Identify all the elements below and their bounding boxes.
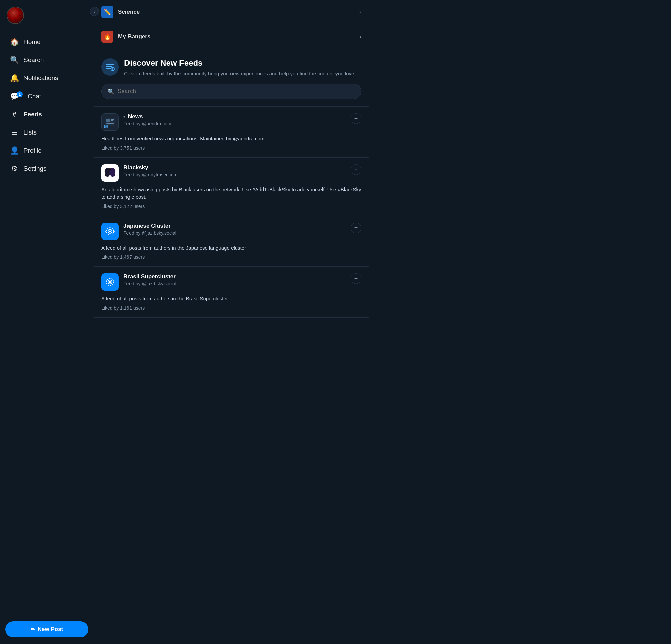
news-feed-author: Feed by @aendra.com <box>124 121 346 127</box>
brasil-name-row: Brasil Supercluster <box>124 273 346 280</box>
news-feed-name: News <box>128 113 142 120</box>
svg-rect-7 <box>106 119 110 123</box>
sidebar-item-search-label: Search <box>24 56 43 64</box>
svg-rect-10 <box>106 124 114 124</box>
science-feed-title: Science <box>118 9 359 15</box>
sidebar-item-settings-label: Settings <box>24 165 47 172</box>
brasil-supercluster-add-button[interactable]: + <box>351 273 361 284</box>
news-icon-svg <box>104 116 116 128</box>
svg-rect-0 <box>106 64 114 65</box>
sidebar-item-notifications-label: Notifications <box>24 75 59 82</box>
sidebar-item-notifications[interactable]: 🔔 Notifications <box>5 70 88 87</box>
main-content: ✏️ Science › 🔥 My Bangers › <box>94 0 369 644</box>
svg-point-29 <box>109 281 111 283</box>
feed-card-news-header: ▪ News Feed by @aendra.com + <box>101 113 361 131</box>
search-bar-icon: 🔍 <box>108 88 114 94</box>
japanese-cluster-feed-icon <box>101 223 119 240</box>
sidebar-item-feeds-label: Feeds <box>24 111 42 118</box>
science-feed-icon: ✏️ <box>101 6 113 18</box>
japanese-cluster-feed-name: Japanese Cluster <box>124 223 171 229</box>
feed-card-blacksky: Blacksky Feed by @rudyfraser.com + An al… <box>94 158 369 216</box>
sidebar-item-chat[interactable]: 💬 1 Chat <box>5 88 88 105</box>
feed-card-brasil-supercluster: Brasil Supercluster Feed by @jaz.bsky.so… <box>94 267 369 318</box>
sidebar-item-search[interactable]: 🔍 Search <box>5 52 88 68</box>
avatar[interactable] <box>7 7 24 24</box>
feed-card-news: ▪ News Feed by @aendra.com + Headlines f… <box>94 107 369 158</box>
sidebar-item-profile[interactable]: 👤 Profile <box>5 142 88 159</box>
news-name-row: ▪ News <box>124 113 346 120</box>
feed-search-input[interactable] <box>118 88 355 94</box>
brasil-supercluster-feed-description: A feed of all posts from authors in the … <box>101 295 361 302</box>
feed-card-brasil-info: Brasil Supercluster Feed by @jaz.bsky.so… <box>124 273 346 286</box>
brasil-supercluster-feed-author: Feed by @jaz.bsky.social <box>124 281 346 286</box>
blacksky-feed-icon <box>101 164 119 182</box>
bangers-chevron-icon: › <box>359 33 361 40</box>
nav-items: 🏠 Home 🔍 Search 🔔 Notifications 💬 1 Chat… <box>5 34 88 615</box>
sidebar-item-settings[interactable]: ⚙ Settings <box>5 160 88 177</box>
sidebar-item-feeds[interactable]: # Feeds <box>5 106 88 123</box>
sidebar-collapse-button[interactable]: ‹ <box>90 7 99 16</box>
edit-icon: ✏ <box>30 626 35 633</box>
search-icon: 🔍 <box>10 56 19 64</box>
news-feed-likes: Liked by 3,751 users <box>101 145 361 151</box>
feed-card-news-info: ▪ News Feed by @aendra.com <box>124 113 346 127</box>
blacksky-feed-name: Blacksky <box>124 164 148 171</box>
feed-card-blacksky-info: Blacksky Feed by @rudyfraser.com <box>124 164 346 178</box>
new-post-button[interactable]: ✏ New Post <box>5 621 88 637</box>
fire-icon: 🔥 <box>104 33 111 40</box>
bangers-feed-title: My Bangers <box>118 33 359 40</box>
chat-badge: 1 <box>17 91 23 97</box>
sidebar: ‹ 🏠 Home 🔍 Search 🔔 Notifications 💬 1 Ch… <box>0 0 94 644</box>
feed-card-japanese-cluster: Japanese Cluster Feed by @jaz.bsky.socia… <box>94 216 369 267</box>
discover-description: Custom feeds built by the community brin… <box>124 70 356 78</box>
pencil-icon: ✏️ <box>104 9 111 16</box>
discover-section: Discover New Feeds Custom feeds built by… <box>94 49 369 107</box>
feed-card-japanese-info: Japanese Cluster Feed by @jaz.bsky.socia… <box>124 223 346 236</box>
chat-icon-wrap: 💬 1 <box>10 92 23 101</box>
feed-card-japanese-header: Japanese Cluster Feed by @jaz.bsky.socia… <box>101 223 361 240</box>
japanese-cluster-add-button[interactable]: + <box>351 223 361 233</box>
bell-icon: 🔔 <box>10 74 19 82</box>
blacksky-add-button[interactable]: + <box>351 164 361 175</box>
news-feed-description: Headlines from verified news organisatio… <box>101 135 361 143</box>
discover-text-block: Discover New Feeds Custom feeds built by… <box>124 59 356 77</box>
japanese-name-row: Japanese Cluster <box>124 223 346 229</box>
feed-card-brasil-header: Brasil Supercluster Feed by @jaz.bsky.so… <box>101 273 361 291</box>
sidebar-item-home-label: Home <box>24 38 41 46</box>
feed-card-blacksky-header: Blacksky Feed by @rudyfraser.com + <box>101 164 361 182</box>
discover-avatar-icon <box>101 59 119 76</box>
sidebar-item-chat-label: Chat <box>27 93 41 100</box>
discover-title: Discover New Feeds <box>124 59 356 68</box>
settings-icon: ⚙ <box>10 164 19 173</box>
japanese-cluster-feed-likes: Liked by 1,467 users <box>101 254 361 260</box>
svg-rect-9 <box>111 120 113 121</box>
sidebar-item-lists-label: Lists <box>24 129 37 136</box>
discover-header: Discover New Feeds Custom feeds built by… <box>101 59 361 77</box>
brasil-supercluster-feed-icon <box>101 273 119 291</box>
svg-rect-8 <box>111 119 114 120</box>
svg-rect-1 <box>106 66 112 67</box>
avatar-wrap <box>5 7 88 24</box>
blacksky-feed-likes: Liked by 3,122 users <box>101 204 361 209</box>
japanese-cluster-feed-author: Feed by @jaz.bsky.social <box>124 230 346 236</box>
sidebar-item-lists[interactable]: ☰ Lists <box>5 124 88 141</box>
bangers-feed-icon: 🔥 <box>101 30 113 42</box>
new-post-label: New Post <box>38 626 63 633</box>
satellite-icon-brasil <box>105 277 115 287</box>
svg-point-22 <box>109 230 111 232</box>
news-add-button[interactable]: + <box>351 113 361 124</box>
feeds-icon: # <box>10 110 19 119</box>
pinned-feed-my-bangers[interactable]: 🔥 My Bangers › <box>94 25 369 49</box>
sidebar-item-home[interactable]: 🏠 Home <box>5 34 88 50</box>
pinned-feed-science[interactable]: ✏️ Science › <box>94 0 369 25</box>
sidebar-item-profile-label: Profile <box>24 147 42 154</box>
brasil-supercluster-feed-likes: Liked by 1,161 users <box>101 305 361 311</box>
blacksky-feed-author: Feed by @rudyfraser.com <box>124 172 346 178</box>
blacksky-name-row: Blacksky <box>124 164 346 171</box>
profile-icon: 👤 <box>10 146 19 155</box>
feed-search-bar[interactable]: 🔍 <box>101 83 361 99</box>
feeds-discover-icon <box>105 62 115 72</box>
news-type-icon: ▪ <box>124 114 125 119</box>
science-chevron-icon: › <box>359 9 361 16</box>
satellite-icon <box>105 226 115 237</box>
